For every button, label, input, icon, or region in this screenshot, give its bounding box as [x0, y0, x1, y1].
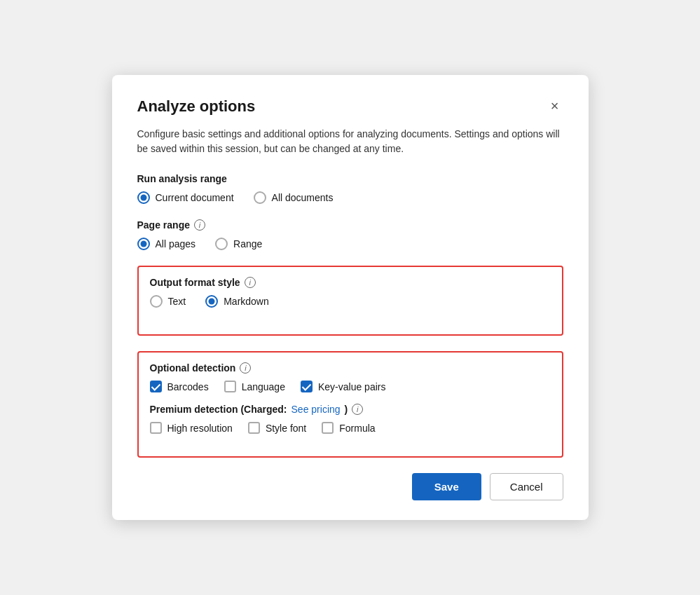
page-range-info-icon[interactable]: i — [194, 219, 205, 231]
checkbox-barcodes[interactable]: Barcodes — [150, 381, 209, 392]
radio-all-documents-input[interactable] — [254, 191, 266, 204]
radio-text-input[interactable] — [150, 295, 163, 308]
radio-all-pages-input[interactable] — [137, 238, 150, 250]
output-format-section: Output format style i Text Markdown — [137, 266, 563, 336]
dialog-description: Configure basic settings and additional … — [137, 127, 563, 156]
dialog-title: Analyze options — [137, 97, 256, 116]
checkbox-formula-input[interactable] — [322, 422, 334, 434]
run-analysis-section: Run analysis range Current document All … — [137, 173, 563, 204]
cancel-button[interactable]: Cancel — [490, 473, 563, 500]
radio-markdown-input[interactable] — [205, 295, 218, 308]
radio-markdown[interactable]: Markdown — [205, 295, 269, 308]
checkbox-language-input[interactable] — [224, 381, 236, 392]
optional-detection-subsection: Optional detection i Barcodes Language K… — [150, 362, 551, 392]
close-button[interactable]: × — [547, 97, 563, 114]
checkbox-formula[interactable]: Formula — [322, 422, 375, 434]
checkbox-barcodes-input[interactable] — [150, 381, 162, 392]
checkbox-high-resolution[interactable]: High resolution — [150, 422, 233, 434]
radio-current-document[interactable]: Current document — [137, 191, 234, 204]
checkbox-key-value-pairs[interactable]: Key-value pairs — [301, 381, 386, 392]
checkbox-high-resolution-input[interactable] — [150, 422, 162, 434]
premium-detection-subsection: Premium detection (Charged: See pricing … — [150, 404, 551, 434]
detection-section: Optional detection i Barcodes Language K… — [137, 351, 563, 458]
radio-range[interactable]: Range — [215, 238, 262, 250]
output-format-info-icon[interactable]: i — [245, 277, 256, 288]
radio-range-input[interactable] — [215, 238, 228, 250]
premium-detection-info-icon[interactable]: i — [352, 404, 363, 415]
radio-text[interactable]: Text — [150, 295, 186, 308]
checkbox-language[interactable]: Language — [224, 381, 285, 392]
checkbox-key-value-pairs-input[interactable] — [301, 381, 313, 392]
page-range-section: Page range i All pages Range — [137, 219, 563, 250]
dialog-header: Analyze options × — [137, 97, 563, 116]
checkbox-style-font[interactable]: Style font — [248, 422, 306, 434]
premium-detection-label: Premium detection (Charged: See pricing … — [150, 404, 551, 415]
run-analysis-label: Run analysis range — [137, 173, 563, 184]
output-format-label: Output format style i — [150, 277, 551, 288]
radio-all-documents[interactable]: All documents — [254, 191, 334, 204]
see-pricing-link[interactable]: See pricing — [291, 404, 341, 415]
radio-current-document-input[interactable] — [137, 191, 150, 204]
optional-detection-label: Optional detection i — [150, 362, 551, 374]
run-analysis-radio-group: Current document All documents — [137, 191, 563, 204]
output-format-radio-group: Text Markdown — [150, 295, 551, 308]
optional-detection-checkbox-group: Barcodes Language Key-value pairs — [150, 381, 551, 392]
page-range-radio-group: All pages Range — [137, 238, 563, 250]
premium-detection-checkbox-group: High resolution Style font Formula — [150, 422, 551, 434]
optional-detection-info-icon[interactable]: i — [240, 362, 251, 374]
analyze-options-dialog: Analyze options × Configure basic settin… — [112, 75, 589, 520]
checkbox-style-font-input[interactable] — [248, 422, 260, 434]
dialog-footer: Save Cancel — [137, 473, 563, 500]
radio-all-pages[interactable]: All pages — [137, 238, 196, 250]
save-button[interactable]: Save — [412, 473, 481, 500]
page-range-label: Page range i — [137, 219, 563, 231]
